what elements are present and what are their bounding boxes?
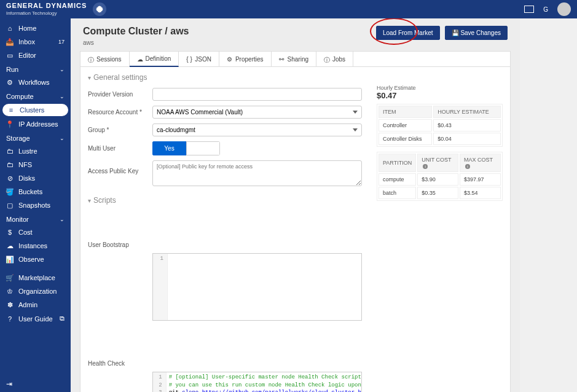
sidebar-item-label: Clusters [20,106,44,114]
access-key-label: Access Public Key [88,160,152,174]
provider-version-label: Provider Version [88,91,152,98]
editor-body[interactable]: # [optional] User-specific master node H… [167,372,361,392]
sidebar-item-home[interactable]: ⌂Home [0,22,71,35]
sidebar-item-observe[interactable]: 📊Observe [0,253,71,266]
tab-sessions[interactable]: ⓘSessions [80,52,130,66]
sidebar-item-admin[interactable]: ✽Admin [0,298,71,312]
tab-label: Properties [235,56,264,63]
line-number: 2 [154,382,162,390]
multi-user-toggle[interactable]: Yes [152,141,220,155]
external-link-icon: ⧉ [60,315,65,323]
sidebar-section-storage[interactable]: Storage⌄ [0,131,71,144]
editor-gutter: 1 [153,254,168,320]
sidebar-item-ip[interactable]: 📍IP Addresses [0,117,71,131]
sidebar-item-label: Admin [18,301,37,308]
tab-sharing[interactable]: ⚯Sharing [272,52,316,66]
tab-definition[interactable]: ☁Definition [130,52,179,67]
home-icon: ⌂ [6,25,14,32]
sidebar-item-instances[interactable]: ☁Instances [0,239,71,253]
sidebar-item-workflows[interactable]: ⚙Workflows [0,76,71,89]
editor-icon: ▭ [6,52,14,59]
chevron-down-icon: ⌄ [60,216,65,222]
cell: $397.97 [460,173,501,186]
collapse-sidebar-icon[interactable]: ⇥ [6,380,12,388]
share-icon: ⚯ [279,56,285,62]
sidebar-item-inbox[interactable]: 📥Inbox17 [0,35,71,49]
chevron-down-icon: ⌄ [60,66,65,73]
inbox-badge: 17 [58,39,65,45]
info-icon[interactable]: i [465,164,470,169]
avatar[interactable] [557,2,571,16]
sidebar-item-organization[interactable]: ♔Organization [0,284,71,298]
section-label: Compute [6,93,34,100]
sidebar-section-run[interactable]: Run⌄ [0,62,71,76]
tab-label: Sessions [96,56,122,63]
sidebar-item-label: User Guide [18,315,53,323]
main-content: Compute Cluster / aws aws Load From Mark… [71,18,520,392]
editor-body[interactable] [168,254,173,320]
folder-icon: 🗀 [6,161,14,168]
user-bootstrap-editor[interactable]: 1 [152,253,362,321]
cell: $3.90 [417,173,458,186]
cell: Controller Disks [379,133,432,145]
group-select[interactable]: ca-cloudmgmt [152,123,362,136]
group-label: Group * [88,127,152,133]
editor-gutter: 1 2 3 4 [153,372,167,392]
breadcrumb: aws [83,39,189,46]
section-scripts[interactable]: Scripts [80,190,369,208]
clusters-icon: ≡ [7,106,15,114]
save-changes-button[interactable]: 💾 Save Changes [445,26,508,40]
estimate-title: Hourly Estimate [377,85,503,91]
org-icon: ♔ [6,288,14,295]
sidebar-item-clusters[interactable]: ≡Clusters [2,104,68,116]
messages-icon[interactable] [524,6,534,13]
definition-card: ⓘSessions ☁Definition { }JSON ⚙Propertie… [80,51,511,392]
topbar: GENERAL DYNAMICS Information Technology … [0,0,577,18]
provider-version-input[interactable] [152,88,362,101]
code-token: clone [182,390,198,392]
section-general-settings[interactable]: General settings [80,67,369,85]
sidebar-item-label: Instances [18,242,47,249]
tab-label: JSON [195,56,211,63]
toggle-yes[interactable]: Yes [152,141,186,155]
pin-icon: 📍 [6,120,14,128]
sidebar-item-marketplace[interactable]: 🛒Marketplace [0,271,71,284]
sidebar-item-buckets[interactable]: 🪣Buckets [0,185,71,198]
toggle-no[interactable] [186,141,220,155]
gear-icon: ⚙ [227,56,233,62]
info-icon[interactable]: i [423,164,428,169]
chevron-down-icon: ⌄ [60,135,65,141]
sidebar-item-userguide[interactable]: ?User Guide⧉ [0,312,71,326]
tab-properties[interactable]: ⚙Properties [219,52,272,66]
sidebar-item-label: Disks [18,174,35,182]
sidebar-item-label: Observe [18,256,44,263]
code-url: https://github.com/parallelworks/cloud-c… [202,390,361,392]
sidebar-item-disks[interactable]: ⊘Disks [0,171,71,185]
cell: $0.04 [433,133,501,145]
workflow-icon: ⚙ [6,79,14,86]
sidebar-section-monitor[interactable]: Monitor⌄ [0,212,71,225]
line-number: 1 [154,374,162,382]
json-icon: { } [186,56,192,62]
help-icon: ? [6,315,14,323]
table-row: compute$3.90$397.97 [379,173,501,186]
section-label: Run [6,66,18,73]
health-check-editor[interactable]: 1 2 3 4 # [optional] User-specific maste… [152,372,362,392]
sidebar-item-snapshots[interactable]: ▢Snapshots [0,198,71,212]
sidebar-item-nfs[interactable]: 🗀NFS [0,158,71,171]
access-key-textarea[interactable] [152,160,362,186]
chart-icon: 📊 [6,256,14,263]
sidebar-section-compute[interactable]: Compute⌄ [0,89,71,103]
line-number: 3 [154,389,162,392]
sidebar-item-lustre[interactable]: 🗀Lustre [0,144,71,158]
cloud-icon: ☁ [6,242,14,249]
noaa-logo-icon [93,2,106,16]
brand-logo: GENERAL DYNAMICS Information Technology [6,2,87,17]
sidebar-item-label: Editor [18,52,36,59]
sidebar-item-cost[interactable]: $Cost [0,225,71,239]
sidebar-item-editor[interactable]: ▭Editor [0,49,71,62]
load-from-market-button[interactable]: Load From Market [376,26,440,40]
tab-json[interactable]: { }JSON [179,52,219,66]
tab-jobs[interactable]: ⓘJobs [316,52,353,66]
resource-account-select[interactable]: NOAA AWS Commercial (Vault) [152,106,362,119]
